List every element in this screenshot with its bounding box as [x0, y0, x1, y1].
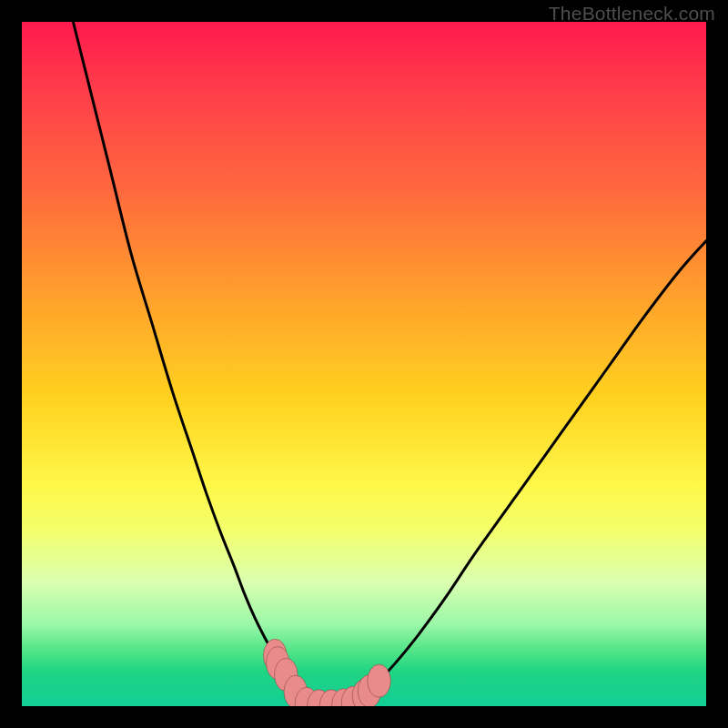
plot-area	[22, 22, 706, 706]
left-curve	[73, 22, 306, 703]
highlight-markers	[263, 639, 390, 706]
outer-frame: TheBottleneck.com	[0, 0, 728, 728]
watermark-text: TheBottleneck.com	[549, 3, 715, 25]
chart-svg	[22, 22, 706, 706]
marker-point	[368, 664, 391, 697]
right-curve	[354, 241, 706, 703]
